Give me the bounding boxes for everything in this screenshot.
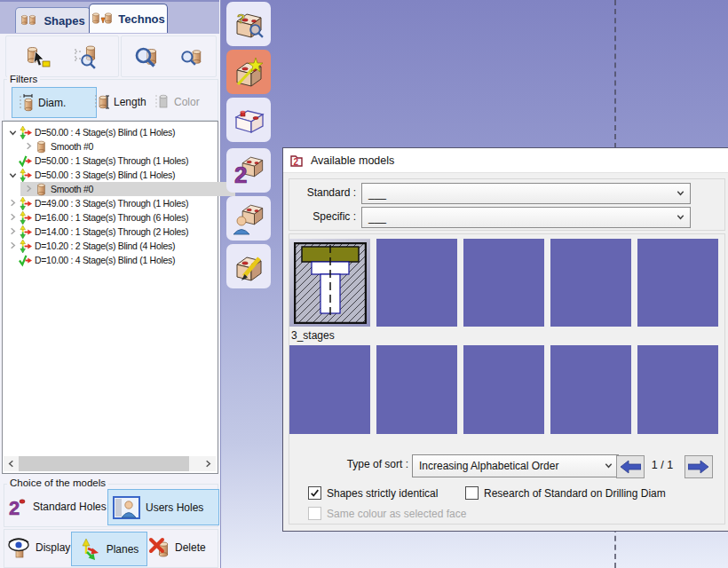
next-page-button[interactable] xyxy=(684,455,713,478)
users-holes-icon xyxy=(113,496,140,519)
tree-row[interactable]: D=16.00 : 1 Stage(s) Through (6 Holes) xyxy=(3,210,219,225)
model-cell-empty[interactable] xyxy=(550,239,631,327)
display-button[interactable]: Display xyxy=(7,533,70,562)
chevron-none xyxy=(6,155,19,166)
tree-row-label: D=50.00 : 1 Stage(s) Through (1 Holes) xyxy=(35,155,188,166)
filter-length-label: Length xyxy=(114,96,146,108)
filter-color-label: Color xyxy=(174,96,200,108)
color-filter-icon xyxy=(154,93,170,111)
tree-row-label: D=50.00 : 3 Stage(s) Blind (1 Holes) xyxy=(35,170,175,180)
model-cell-empty[interactable] xyxy=(376,345,457,434)
tab-technos[interactable]: Technos xyxy=(89,4,168,33)
tree-row[interactable]: Smooth #0 xyxy=(3,139,235,154)
chevron-collapsed-icon[interactable] xyxy=(7,197,18,209)
users-holes-button[interactable]: Users Holes xyxy=(107,489,219,525)
checkbox-same-colour-label: Same colour as selected face xyxy=(327,508,466,520)
model-cell-empty[interactable] xyxy=(376,239,457,327)
length-filter-icon xyxy=(94,93,109,111)
select-techno-icon xyxy=(24,44,51,69)
checkbox-unchecked-icon[interactable] xyxy=(465,486,479,500)
specific-dropdown[interactable]: ___ xyxy=(361,207,691,228)
chevron-collapsed-icon[interactable] xyxy=(23,183,34,195)
planes-button[interactable]: Planes xyxy=(71,532,147,566)
previous-page-button[interactable] xyxy=(616,455,645,478)
tree-row-label: D=16.00 : 1 Stage(s) Through (6 Holes) xyxy=(35,212,188,223)
scroll-left-icon[interactable] xyxy=(4,456,19,471)
recognize-holes-button[interactable] xyxy=(226,50,271,94)
model-cell-empty[interactable] xyxy=(463,345,544,434)
models-folder-icon: 2 xyxy=(289,154,304,168)
checkbox-checked-icon[interactable] xyxy=(308,486,321,500)
model-cell-empty[interactable] xyxy=(637,239,718,327)
checkbox-research-standard-label: Research of Standard on Drilling Diam xyxy=(484,487,666,500)
analyze-holes-button[interactable]: ? xyxy=(226,2,271,46)
wizard-block-icon xyxy=(232,55,265,89)
chevron-down-icon xyxy=(676,188,685,198)
scrollbar-thumb[interactable] xyxy=(19,456,189,471)
holes-tree: D=50.00 : 4 Stage(s) Blind (1 Holes) Smo… xyxy=(2,121,218,474)
standard-2-block-icon: 2 xyxy=(232,154,265,187)
checkbox-shapes-identical[interactable]: Shapes strictly identical xyxy=(308,486,438,500)
zoom-out-techno-button[interactable] xyxy=(172,39,210,75)
dialog-title-bar[interactable]: 2 Available models xyxy=(283,148,728,173)
tree-row-label: D=50.00 : 4 Stage(s) Blind (1 Holes) xyxy=(35,127,175,138)
model-cell-empty[interactable] xyxy=(463,239,544,327)
tab-shapes[interactable]: Shapes xyxy=(15,7,91,33)
chevron-collapsed-icon[interactable] xyxy=(7,225,18,238)
edit-holes-button[interactable] xyxy=(226,244,271,288)
hole-axes-icon xyxy=(19,197,32,210)
hole-axes-icon xyxy=(19,211,32,225)
tree-row-label: D=14.00 : 1 Stage(s) Through (2 Holes) xyxy=(35,226,188,237)
available-models-dialog: 2 Available models Standard : ___ Specif… xyxy=(282,147,728,532)
tree-row[interactable]: D=10.00 : 4 Stage(s) Blind (1 Holes) xyxy=(3,253,219,267)
zoom-in-techno-button[interactable] xyxy=(128,39,165,75)
edit-pencil-block-icon xyxy=(232,249,265,283)
tree-row-label: Smooth #0 xyxy=(51,184,93,194)
select-techno-button[interactable] xyxy=(19,39,56,75)
delete-button[interactable]: Delete xyxy=(148,533,206,562)
tree-row[interactable]: D=49.00 : 3 Stage(s) Through (1 Holes) xyxy=(3,196,219,210)
chevron-expanded-icon[interactable] xyxy=(6,170,19,180)
tree-row-selected[interactable]: Smooth #0 xyxy=(3,182,235,196)
scroll-right-icon[interactable] xyxy=(201,456,216,471)
model-cell-empty[interactable] xyxy=(637,345,718,434)
user-block-icon xyxy=(232,201,265,235)
tree-row[interactable]: D=50.00 : 3 Stage(s) Blind (1 Holes) xyxy=(3,168,219,182)
tree-horizontal-scrollbar[interactable] xyxy=(4,456,216,471)
tree-row[interactable]: D=50.00 : 4 Stage(s) Blind (1 Holes) xyxy=(3,125,219,139)
model-cell-empty[interactable] xyxy=(289,345,370,434)
model-cell-empty[interactable] xyxy=(550,345,631,434)
chevron-collapsed-icon[interactable] xyxy=(7,240,18,252)
sort-value: Increasing Alphabetical Order xyxy=(419,460,558,472)
tree-row-label: D=10.00 : 4 Stage(s) Blind (1 Holes) xyxy=(35,255,175,265)
hole-check-icon xyxy=(19,254,32,267)
filter-diameter-button[interactable]: Diam. xyxy=(12,87,97,118)
chevron-collapsed-icon[interactable] xyxy=(23,140,34,153)
sketch-box-button[interactable] xyxy=(226,98,271,142)
chevron-down-icon xyxy=(604,461,613,470)
standard-holes-label: Standard Holes xyxy=(33,501,107,513)
tree-row[interactable]: D=10.20 : 2 Stage(s) Blind (4 Holes) xyxy=(3,239,219,253)
filter-color-button[interactable]: Color xyxy=(154,87,213,116)
sort-dropdown[interactable]: Increasing Alphabetical Order xyxy=(412,454,619,477)
model-cell-selected[interactable] xyxy=(289,239,370,327)
tree-row[interactable]: D=14.00 : 1 Stage(s) Through (2 Holes) xyxy=(3,225,219,239)
checkbox-research-standard[interactable]: Research of Standard on Drilling Diam xyxy=(465,486,666,500)
standard-holes-button[interactable]: 2 Standard Holes xyxy=(7,491,107,523)
chevron-expanded-icon[interactable] xyxy=(6,127,19,138)
search-techno-button[interactable] xyxy=(68,39,106,75)
choice-group-label: Choice of the models xyxy=(7,477,108,488)
users-holes-label: Users Holes xyxy=(146,501,203,514)
filter-length-button[interactable]: Length xyxy=(94,87,153,116)
analyze-block-icon: ? xyxy=(232,7,265,41)
shapes-cylinders-icon xyxy=(20,13,38,28)
standard-holes-tool-button[interactable]: 2 xyxy=(226,148,271,193)
chevron-collapsed-icon[interactable] xyxy=(7,211,18,224)
tree-row[interactable]: D=50.00 : 1 Stage(s) Through (1 Holes) xyxy=(3,154,219,168)
tree-row-label: D=49.00 : 3 Stage(s) Through (1 Holes) xyxy=(35,198,188,209)
technos-cylinders-icon xyxy=(91,11,113,27)
checkbox-same-colour: Same colour as selected face xyxy=(308,507,466,520)
user-holes-tool-button[interactable] xyxy=(226,196,271,241)
standard-dropdown[interactable]: ___ xyxy=(361,183,691,204)
three-stages-thumbnail xyxy=(294,242,367,324)
